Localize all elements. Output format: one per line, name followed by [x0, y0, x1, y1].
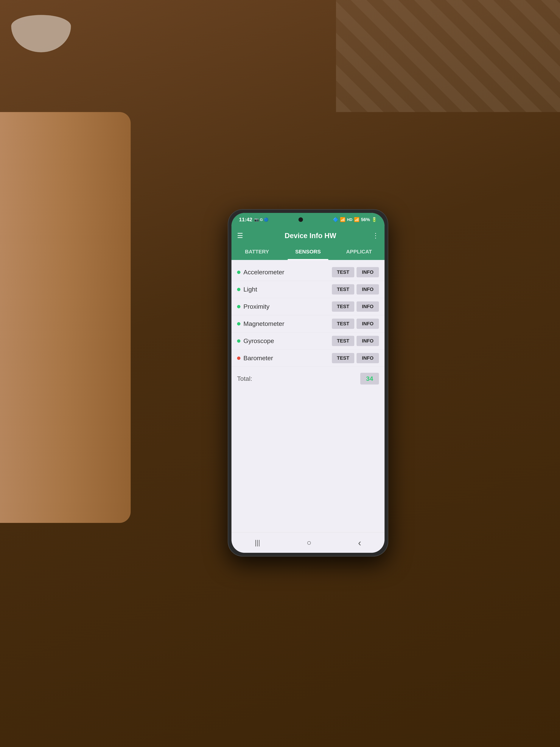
nav-bar: ||| ○ ‹ — [232, 532, 384, 553]
test-button-proximity[interactable]: TEST — [332, 302, 354, 312]
wifi-icon: 📶 — [340, 217, 346, 222]
hand — [0, 112, 131, 523]
total-value: 34 — [360, 373, 379, 385]
sensor-name-accelerometer: Accelerometer — [243, 268, 330, 276]
info-button-magnetometer[interactable]: INFO — [356, 318, 379, 329]
back-button[interactable]: ‹ — [352, 534, 367, 551]
sensor-name-proximity: Proximity — [243, 303, 330, 310]
status-icons-right: 🔷 📶 HD 📶 56% 🔋 — [333, 217, 377, 222]
status-icons-left: 📷 G 🔵 — [254, 217, 269, 222]
info-button-proximity[interactable]: INFO — [356, 302, 379, 312]
phone-inner: 11:42 📷 G 🔵 🔷 📶 HD 📶 56% 🔋 ☰ D — [232, 213, 384, 553]
camera-dot — [298, 217, 303, 222]
screen: 11:42 📷 G 🔵 🔷 📶 HD 📶 56% 🔋 ☰ D — [232, 213, 384, 553]
sensor-name-magnetometer: Magnetometer — [243, 320, 330, 327]
more-button[interactable]: ⋮ — [372, 232, 379, 239]
info-button-gyroscope[interactable]: INFO — [356, 336, 379, 346]
phone: 11:42 📷 G 🔵 🔷 📶 HD 📶 56% 🔋 ☰ D — [228, 209, 388, 557]
sensor-name-barometer: Barometer — [243, 355, 330, 362]
tab-bar: BATTERY SENSORS APPLICAT — [232, 245, 384, 260]
background-mat — [336, 0, 560, 112]
dot-gyroscope — [237, 339, 240, 343]
tab-sensors[interactable]: SENSORS — [283, 245, 334, 260]
test-button-gyroscope[interactable]: TEST — [332, 336, 354, 346]
tab-applications[interactable]: APPLICAT — [334, 245, 384, 260]
dot-proximity — [237, 305, 240, 308]
home-button[interactable]: ○ — [301, 535, 317, 550]
recents-button[interactable]: ||| — [249, 536, 266, 549]
info-button-light[interactable]: INFO — [356, 284, 379, 294]
total-label: Total: — [237, 375, 360, 382]
signal-icon: 📶 — [354, 217, 359, 222]
total-row: Total: 34 — [232, 369, 384, 389]
app-bar: ☰ Device Info HW ⋮ — [232, 226, 384, 245]
sensor-row-barometer: Barometer TEST INFO — [232, 350, 384, 367]
test-button-magnetometer[interactable]: TEST — [332, 318, 354, 329]
battery-icon: 🔋 — [371, 217, 377, 222]
camera-notch — [298, 217, 303, 222]
sensor-row-accelerometer: Accelerometer TEST INFO — [232, 264, 384, 281]
sensor-row-magnetometer: Magnetometer TEST INFO — [232, 315, 384, 332]
sensor-row-gyroscope: Gyroscope TEST INFO — [232, 332, 384, 350]
battery-text: 56% — [361, 217, 370, 222]
test-button-barometer[interactable]: TEST — [332, 353, 354, 363]
dot-accelerometer — [237, 271, 240, 274]
info-button-barometer[interactable]: INFO — [356, 353, 379, 363]
sensor-name-gyroscope: Gyroscope — [243, 337, 330, 344]
test-button-light[interactable]: TEST — [332, 284, 354, 294]
hamburger-button[interactable]: ☰ — [237, 232, 243, 239]
content-area: Accelerometer TEST INFO Light TEST INFO … — [232, 260, 384, 532]
dot-light — [237, 288, 240, 291]
time-text: 11:42 — [239, 216, 252, 223]
app-title: Device Info HW — [249, 232, 372, 240]
test-button-accelerometer[interactable]: TEST — [332, 267, 354, 277]
hd-label: HD — [347, 217, 352, 222]
bluetooth-icon: 🔷 — [333, 217, 339, 222]
info-button-accelerometer[interactable]: INFO — [356, 267, 379, 277]
sensor-row-proximity: Proximity TEST INFO — [232, 298, 384, 315]
tab-battery[interactable]: BATTERY — [232, 245, 283, 260]
status-time: 11:42 📷 G 🔵 — [239, 216, 268, 223]
sensor-row-light: Light TEST INFO — [232, 281, 384, 298]
dot-barometer — [237, 357, 240, 360]
dot-magnetometer — [237, 322, 240, 326]
status-bar: 11:42 📷 G 🔵 🔷 📶 HD 📶 56% 🔋 — [232, 213, 384, 226]
sensor-name-light: Light — [243, 286, 330, 293]
